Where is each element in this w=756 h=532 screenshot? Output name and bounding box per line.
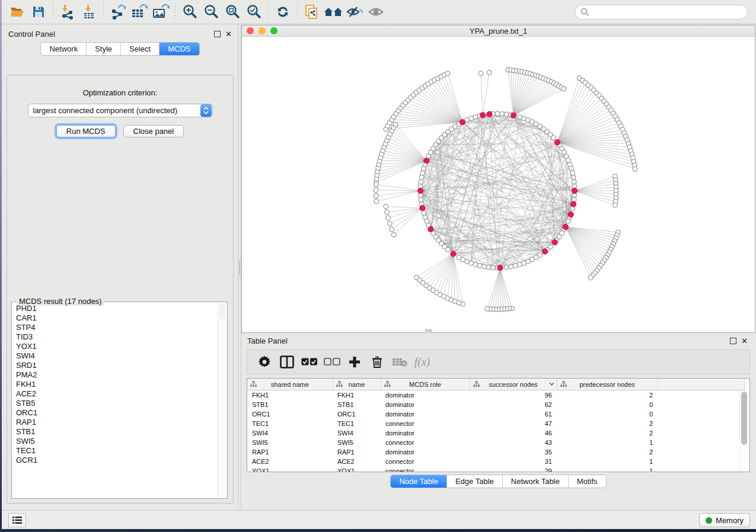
table-row[interactable]: TEC1TEC1connector472	[247, 419, 745, 428]
import-table-icon[interactable]	[78, 2, 100, 21]
float-panel-icon[interactable]	[214, 31, 221, 37]
table-scrollbar-thumb[interactable]	[741, 392, 747, 445]
gear-icon[interactable]	[253, 352, 276, 372]
export-network-icon[interactable]	[107, 2, 129, 21]
select-all-icon[interactable]	[298, 352, 321, 372]
run-mcds-button[interactable]: Run MCDS	[56, 125, 116, 137]
mcds-result-item[interactable]: STB5	[16, 399, 218, 408]
memory-label: Memory	[716, 516, 744, 525]
delete-table-icon[interactable]	[388, 352, 411, 372]
column-header-shared-name[interactable]: shared name	[247, 379, 333, 390]
mcds-result-item[interactable]: STB1	[16, 427, 218, 437]
application-window: Control Panel ✕ NetworkStyleSelectMCDS O…	[2, 0, 756, 529]
control-panel-tabs: NetworkStyleSelectMCDS	[2, 42, 238, 56]
zoom-fit-icon[interactable]	[222, 2, 243, 21]
function-icon-label: f(x)	[414, 355, 430, 368]
mcds-result-item[interactable]: ACE2	[16, 389, 218, 399]
mcds-result-item[interactable]: CAR1	[16, 313, 218, 323]
main-toolbar	[2, 0, 756, 24]
network-window-title: YPA_prune.txt_1	[242, 27, 755, 36]
first-neighbors-icon[interactable]	[323, 2, 344, 21]
save-session-icon[interactable]	[28, 2, 49, 21]
table-panel-title: Table Panel	[247, 336, 288, 345]
add-column-icon[interactable]	[343, 352, 366, 372]
status-bar: Memory	[2, 510, 756, 529]
close-panel-icon[interactable]: ✕	[225, 31, 232, 37]
float-table-panel-icon[interactable]	[730, 338, 736, 344]
column-header-successor-nodes[interactable]: successor nodes	[470, 379, 557, 390]
zoom-in-icon[interactable]	[179, 2, 200, 21]
table-row[interactable]: STB1STB1dominator620	[247, 400, 745, 409]
open-file-icon[interactable]	[7, 2, 28, 21]
refresh-icon[interactable]	[272, 2, 294, 21]
mcds-result-item[interactable]: SRD1	[16, 361, 218, 370]
combo-stepper-icon	[200, 104, 212, 117]
deselect-all-icon[interactable]	[321, 352, 343, 372]
table-scrollbar[interactable]	[739, 390, 749, 471]
toolbar-separator	[268, 3, 269, 21]
toolbar-separator	[297, 3, 298, 21]
optimization-criterion-select[interactable]: largest connected component (undirected)	[28, 104, 213, 117]
table-row[interactable]: SWI5SWI5connector431	[247, 438, 745, 447]
mcds-result-item[interactable]: GCR1	[16, 456, 218, 465]
close-table-panel-icon[interactable]: ✕	[741, 338, 748, 344]
column-header-predecessor-nodes[interactable]: predecessor nodes	[557, 379, 658, 390]
table-row[interactable]: ORC1ORC1dominator610	[247, 409, 745, 419]
mcds-result-item[interactable]: STP4	[16, 323, 218, 332]
close-panel-button[interactable]: Close panel	[123, 125, 184, 137]
tab-network[interactable]: Network	[41, 43, 87, 55]
function-icon[interactable]: f(x)	[411, 352, 433, 372]
node-table: shared namenameMCDS rolesuccessor nodesp…	[247, 378, 750, 472]
show-all-icon[interactable]	[365, 2, 387, 21]
delete-column-icon[interactable]	[366, 352, 388, 372]
mcds-tab-content: Optimization criterion: largest connecte…	[7, 75, 234, 504]
zoom-selected-icon[interactable]	[243, 2, 264, 21]
mcds-result-item[interactable]: SWI4	[16, 351, 218, 361]
memory-button[interactable]: Memory	[699, 513, 750, 527]
import-network-icon[interactable]	[57, 2, 78, 21]
mcds-result-item[interactable]: PMA2	[16, 370, 218, 380]
tab-style[interactable]: Style	[87, 43, 121, 55]
column-header-name[interactable]: name	[333, 379, 381, 390]
table-row[interactable]: YOX1YOX1connector291	[247, 466, 745, 472]
mcds-result-item[interactable]: ORC1	[16, 408, 218, 418]
export-table-icon[interactable]	[129, 2, 150, 21]
tab-select[interactable]: Select	[121, 43, 160, 55]
mcds-result-item[interactable]: FKH1	[16, 380, 218, 389]
table-tab-network-table[interactable]: Network Table	[503, 475, 569, 488]
table-tab-motifs[interactable]: Motifs	[569, 475, 606, 488]
optimization-criterion-value: largest connected component (undirected)	[28, 106, 200, 115]
export-image-icon[interactable]	[150, 2, 171, 21]
search-icon	[580, 8, 589, 17]
table-row[interactable]: FKH1FKH1dominator962	[247, 390, 745, 400]
network-canvas[interactable]	[242, 37, 755, 332]
mcds-result-item[interactable]: RAP1	[16, 418, 218, 427]
optimization-criterion-label: Optimization criterion:	[7, 88, 233, 97]
mcds-result-box: MCDS result (17 nodes) PHD1CAR1STP4TID3Y…	[11, 302, 228, 499]
toolbar-separator	[53, 3, 53, 21]
mcds-result-item[interactable]: PHD1	[16, 304, 218, 313]
table-row[interactable]: RAP1RAP1dominator352	[247, 447, 745, 457]
split-panel-icon[interactable]	[276, 352, 298, 372]
table-tab-edge-table[interactable]: Edge Table	[447, 475, 503, 488]
mcds-result-item[interactable]: TID3	[16, 332, 218, 342]
zoom-out-icon[interactable]	[200, 2, 222, 21]
hide-selected-icon[interactable]	[344, 2, 365, 21]
column-header-MCDS-role[interactable]: MCDS role	[381, 379, 470, 390]
mcds-result-list[interactable]: PHD1CAR1STP4TID3YOX1SWI4SRD1PMA2FKH1ACE2…	[12, 304, 218, 498]
memory-status-icon	[706, 517, 712, 524]
tab-mcds[interactable]: MCDS	[160, 43, 199, 55]
search-input[interactable]	[575, 5, 748, 20]
table-tabs: Node TableEdge TableNetwork TableMotifs	[241, 475, 755, 488]
mcds-result-item[interactable]: SWI5	[16, 437, 218, 446]
duplicate-network-icon[interactable]	[301, 2, 323, 21]
network-view-panel: YPA_prune.txt_1	[241, 25, 755, 333]
result-scrollbar[interactable]	[218, 303, 227, 498]
task-list-icon[interactable]	[8, 513, 26, 527]
mcds-result-item[interactable]: TEC1	[16, 446, 218, 456]
table-tab-node-table[interactable]: Node Table	[391, 475, 447, 488]
mcds-result-item[interactable]: YOX1	[16, 342, 218, 351]
table-row[interactable]: ACE2ACE2connector311	[247, 457, 745, 466]
table-panel: Table Panel ✕	[241, 333, 755, 511]
table-row[interactable]: SWI4SWI4dominator462	[247, 428, 745, 438]
